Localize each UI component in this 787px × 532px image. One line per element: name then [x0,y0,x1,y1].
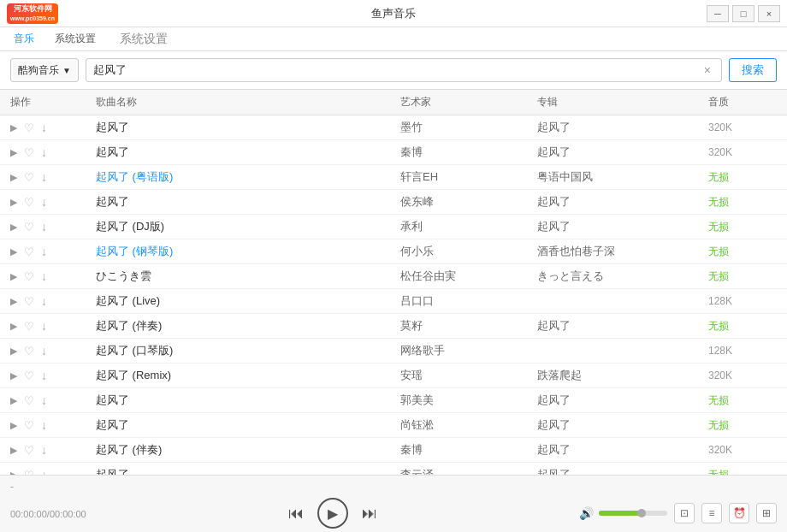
row-play-icon[interactable]: ▶ [10,395,17,406]
row-play-icon[interactable]: ▶ [10,370,17,381]
prev-button[interactable]: ⏮ [288,505,304,523]
row-quality: 无损 [708,319,777,334]
row-quality: 320K [708,146,777,158]
minimize-button[interactable]: ─ [707,5,729,22]
row-play-icon[interactable]: ▶ [10,172,17,183]
row-quality: 128K [708,295,777,307]
header-song: 歌曲名称 [96,95,400,109]
title-bar: 河东软件网www.pc0359.cn 鱼声音乐 ─ □ × [0,0,787,27]
table-row: ▶ ♡ ↓ 起风了 (DJ版) 承利 起风了 无损 [0,215,787,239]
row-favorite-icon[interactable]: ♡ [24,270,34,283]
row-favorite-icon[interactable]: ♡ [24,345,34,358]
next-button[interactable]: ⏭ [362,505,377,523]
row-quality: 无损 [708,170,777,185]
row-actions: ▶ ♡ ↓ [10,319,96,333]
table-row: ▶ ♡ ↓ 起风了 墨竹 起风了 320K [0,115,787,140]
row-favorite-icon[interactable]: ♡ [24,369,34,382]
row-download-icon[interactable]: ↓ [41,245,47,258]
row-download-icon[interactable]: ↓ [41,418,47,432]
row-favorite-icon[interactable]: ♡ [24,394,34,407]
row-download-icon[interactable]: ↓ [41,344,47,358]
row-play-icon[interactable]: ▶ [10,197,17,208]
row-favorite-icon[interactable]: ♡ [24,221,34,233]
row-download-icon[interactable]: ↓ [41,393,47,407]
table-row: ▶ ♡ ↓ 起风了 郭美美 起风了 无损 [0,388,787,413]
play-pause-button[interactable]: ▶ [317,498,348,529]
row-play-icon[interactable]: ▶ [10,420,17,431]
row-play-icon[interactable]: ▶ [10,321,17,332]
row-play-icon[interactable]: ▶ [10,346,17,357]
menu-item-settings[interactable]: 系统设置 [51,30,99,48]
row-play-icon[interactable]: ▶ [10,271,17,282]
row-artist: 莫籽 [400,318,537,334]
row-artist: 李云泽 [400,467,537,475]
row-song-name: 起风了 [96,120,400,135]
row-quality: 320K [708,444,777,456]
row-favorite-icon[interactable]: ♡ [24,469,34,476]
maximize-button[interactable]: □ [732,5,754,22]
search-button[interactable]: 搜索 [729,58,777,82]
equalizer-button[interactable]: ⊞ [756,503,777,523]
row-download-icon[interactable]: ↓ [41,468,47,475]
row-download-icon[interactable]: ↓ [41,443,47,457]
desktop-lyrics-button[interactable]: ⊡ [674,503,695,523]
row-quality: 无损 [708,269,777,284]
row-song-name: 起风了 (钢琴版) [96,244,400,259]
table-row: ▶ ♡ ↓ 起风了 (Live) 吕口口 128K [0,289,787,314]
search-input-wrap: × [86,58,722,82]
row-album: 酒香也怕巷子深 [537,244,708,259]
row-play-icon[interactable]: ▶ [10,147,17,158]
table-row: ▶ ♡ ↓ 起风了 侯东峰 起风了 无损 [0,190,787,215]
row-play-icon[interactable]: ▶ [10,445,17,456]
menu-item-music[interactable]: 音乐 [10,30,38,48]
row-favorite-icon[interactable]: ♡ [24,444,34,457]
row-play-icon[interactable]: ▶ [10,122,17,133]
row-favorite-icon[interactable]: ♡ [24,419,34,432]
row-download-icon[interactable]: ↓ [41,269,47,283]
row-artist: 安瑶 [400,368,537,383]
row-song-name: 起风了 [96,393,400,408]
row-download-icon[interactable]: ↓ [41,294,47,308]
settings-page-label: 系统设置 [120,32,168,47]
row-favorite-icon[interactable]: ♡ [24,245,34,258]
search-clear-icon[interactable]: × [704,63,711,77]
row-actions: ▶ ♡ ↓ [10,369,96,382]
row-favorite-icon[interactable]: ♡ [24,171,34,184]
row-favorite-icon[interactable]: ♡ [24,196,34,209]
row-album: 起风了 [537,194,708,210]
search-source-dropdown[interactable]: 酷狗音乐 ▼ [10,58,79,82]
row-quality: 无损 [708,245,777,259]
close-button[interactable]: × [758,5,780,22]
right-controls: 🔊 ⊡ ≡ ⏰ ⊞ [579,503,777,523]
row-download-icon[interactable]: ↓ [41,170,47,184]
row-album: 起风了 [537,417,708,433]
row-play-icon[interactable]: ▶ [10,296,17,307]
row-artist: 尚钰淞 [400,417,537,433]
volume-bar[interactable] [599,511,667,516]
table-row: ▶ ♡ ↓ 起风了 (伴奏) 秦博 起风了 320K [0,438,787,463]
row-favorite-icon[interactable]: ♡ [24,295,34,308]
row-download-icon[interactable]: ↓ [41,369,47,382]
timer-button[interactable]: ⏰ [729,503,749,523]
row-quality: 128K [708,345,777,357]
row-download-icon[interactable]: ↓ [41,145,47,159]
volume-fill [599,511,640,516]
row-artist: 松任谷由実 [400,269,537,284]
row-album: きっと言える [537,269,708,284]
row-actions: ▶ ♡ ↓ [10,121,96,134]
row-download-icon[interactable]: ↓ [41,220,47,233]
search-input[interactable] [93,64,704,77]
row-quality: 320K [708,121,777,133]
row-play-icon[interactable]: ▶ [10,222,17,233]
row-song-name: 起风了 (伴奏) [96,318,400,334]
row-download-icon[interactable]: ↓ [41,319,47,333]
row-favorite-icon[interactable]: ♡ [24,121,34,134]
row-song-name: 起风了 (口琴版) [96,343,400,358]
row-play-icon[interactable]: ▶ [10,246,17,257]
playlist-button[interactable]: ≡ [701,503,722,523]
row-download-icon[interactable]: ↓ [41,195,47,209]
row-download-icon[interactable]: ↓ [41,121,47,134]
row-favorite-icon[interactable]: ♡ [24,320,34,333]
row-artist: 郭美美 [400,393,537,408]
row-favorite-icon[interactable]: ♡ [24,146,34,159]
